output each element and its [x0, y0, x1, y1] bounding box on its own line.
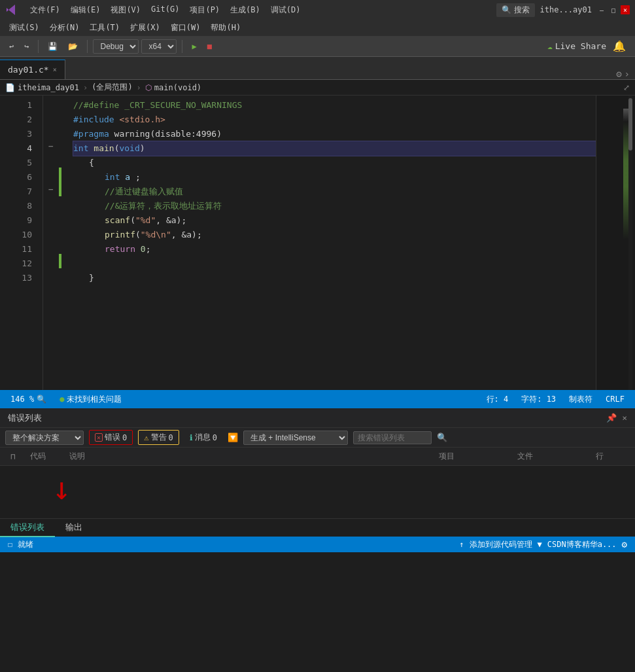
status-dot[interactable]: ● 未找到相关问题: [57, 394, 124, 405]
zoom-indicator[interactable]: 146 % 🔍: [8, 395, 49, 404]
scrollbar-track: [628, 96, 632, 390]
menu-build[interactable]: 生成(B): [226, 3, 264, 17]
linenum-9: 9: [10, 213, 37, 228]
menu-help[interactable]: 帮助(H): [207, 21, 245, 35]
col-header-desc[interactable]: 说明: [64, 451, 434, 462]
errors-badge[interactable]: ✕ 错误 0: [89, 430, 133, 445]
menu-file[interactable]: 文件(F): [26, 3, 64, 17]
code-line-1: //#define _CRT_SECURE_NO_WARNINGS: [73, 98, 596, 113]
minimize-btn[interactable]: —: [597, 5, 606, 14]
settings-icon[interactable]: ⚙: [622, 539, 627, 550]
tab-error-list[interactable]: 错误列表: [0, 519, 55, 537]
panel-close-icon[interactable]: ×: [622, 413, 627, 423]
fold-4[interactable]: −: [48, 139, 54, 153]
linenum-12: 12: [10, 256, 37, 271]
menu-edit[interactable]: 编辑(E): [67, 3, 105, 17]
liveshare-btn[interactable]: ☁ Live Share: [547, 41, 606, 51]
menu-extensions[interactable]: 扩展(X): [126, 21, 164, 35]
change-7: [59, 182, 61, 196]
tab-output[interactable]: 输出: [55, 519, 93, 537]
open-btn[interactable]: 📂: [64, 41, 82, 52]
toolbar-sep1: [38, 40, 39, 53]
close-btn[interactable]: ×: [621, 5, 630, 14]
menu-window[interactable]: 窗口(W): [167, 21, 205, 35]
stop-btn[interactable]: ■: [203, 41, 216, 52]
menu-project[interactable]: 项目(P): [186, 3, 224, 17]
line-ending-indicator[interactable]: CRLF: [603, 394, 627, 405]
messages-badge[interactable]: ℹ 消息 0: [184, 431, 222, 444]
messages-count: 0: [213, 433, 217, 442]
redo-btn[interactable]: ↪: [20, 41, 33, 52]
undo-btn[interactable]: ↩: [5, 41, 18, 52]
project-name: ithe...ay01: [540, 5, 592, 14]
save-btn[interactable]: 💾: [44, 41, 61, 52]
code-line-12: [73, 256, 596, 271]
breadcrumb-function[interactable]: ⬡ main(void): [145, 83, 201, 92]
code-line-6: int a ;: [73, 170, 596, 185]
chevron-icon[interactable]: ›: [625, 69, 630, 79]
menu-tools[interactable]: 工具(T): [86, 21, 124, 35]
menu-git[interactable]: Git(G): [147, 3, 183, 17]
col-header-file[interactable]: 文件: [512, 451, 591, 462]
warnings-label: 警告: [151, 432, 167, 443]
gutter-line1: [0, 96, 10, 110]
zoom-value: 146 %: [10, 395, 34, 404]
col-header-code[interactable]: 代码: [25, 451, 64, 462]
red-arrow-icon: ↓: [52, 472, 71, 504]
error-panel-toolbar: 整个解决方案 ✕ 错误 0 ⚠ 警告 0 ℹ 消息 0 🔽 生成 + Intel…: [0, 428, 635, 448]
red-arrow-container: ↓: [52, 472, 71, 504]
linenum-1: 1: [10, 98, 37, 113]
platform-select[interactable]: x64: [141, 39, 177, 54]
col-header-line[interactable]: 行: [591, 451, 630, 462]
gear-icon[interactable]: ⚙: [616, 69, 621, 79]
bottom-tabs: 错误列表 输出: [0, 518, 635, 537]
col-header-pin: ⊓: [5, 452, 25, 461]
left-gutter: [0, 96, 10, 390]
editor-area: 1 2 3 4 5 6 7 8 9 10 11 12 13 − −: [0, 96, 635, 390]
search-label[interactable]: 🔍 搜索: [496, 3, 535, 17]
tab-day01[interactable]: day01.c* ×: [0, 60, 65, 79]
fold-7[interactable]: −: [48, 182, 54, 196]
window-controls: — □ ×: [597, 5, 630, 14]
panel-pin-icon[interactable]: 📌: [606, 413, 617, 423]
warnings-badge[interactable]: ⚠ 警告 0: [138, 430, 179, 445]
error-search-input[interactable]: [353, 431, 432, 444]
menu-analyze[interactable]: 分析(N): [46, 21, 84, 35]
error-panel-title: 错误列表: [8, 412, 42, 424]
gutter-line7: [0, 182, 10, 196]
encoding-indicator[interactable]: 制表符: [566, 394, 595, 405]
menu-view[interactable]: 视图(V): [107, 3, 145, 17]
chars-indicator[interactable]: 字符: 13: [519, 394, 558, 405]
solution-filter[interactable]: 整个解决方案: [5, 431, 84, 445]
position-indicator[interactable]: 行: 4: [484, 394, 511, 405]
source-control-btn[interactable]: 添加到源代码管理: [470, 539, 532, 550]
tab-close-btn[interactable]: ×: [53, 66, 57, 73]
dropdown-icon: ▼: [538, 540, 542, 549]
messages-label: 消息: [195, 432, 211, 443]
menu-debug[interactable]: 调试(D): [267, 3, 305, 17]
checkbox-icon: ☐: [8, 540, 12, 549]
change-12: [59, 254, 61, 268]
col-header-project[interactable]: 项目: [434, 451, 512, 462]
expand-icon[interactable]: ⤢: [623, 83, 630, 92]
debug-mode-select[interactable]: Debug: [93, 39, 139, 54]
linenum-8: 8: [10, 199, 37, 213]
maximize-btn[interactable]: □: [609, 5, 618, 14]
gutter-line6: [0, 168, 10, 182]
breadcrumb-scope[interactable]: (全局范围): [92, 82, 132, 93]
status-bar: 146 % 🔍 ● 未找到相关问题 行: 4 字符: 13 制表符 CRLF: [0, 390, 635, 408]
linenum-4: 4: [10, 141, 37, 156]
linenum-10: 10: [10, 228, 37, 242]
build-filter[interactable]: 生成 + IntelliSense: [243, 431, 348, 445]
scrollbar-thumb[interactable]: [628, 98, 632, 150]
filter-icon[interactable]: 🔽: [228, 433, 238, 442]
breadcrumb-project[interactable]: 📄 itheima_day01: [5, 83, 79, 92]
search-icon[interactable]: 🔍: [437, 433, 447, 442]
play-btn[interactable]: ▶: [188, 41, 200, 52]
code-line-10: printf("%d\n", &a);: [73, 228, 596, 242]
feedback-btn[interactable]: 🔔: [609, 39, 630, 54]
csdn-label[interactable]: CSDN博客精华a...: [547, 539, 617, 550]
code-editor[interactable]: //#define _CRT_SECURE_NO_WARNINGS #inclu…: [63, 96, 596, 390]
menu-test[interactable]: 测试(S): [5, 21, 43, 35]
errors-label: 错误: [105, 432, 120, 443]
